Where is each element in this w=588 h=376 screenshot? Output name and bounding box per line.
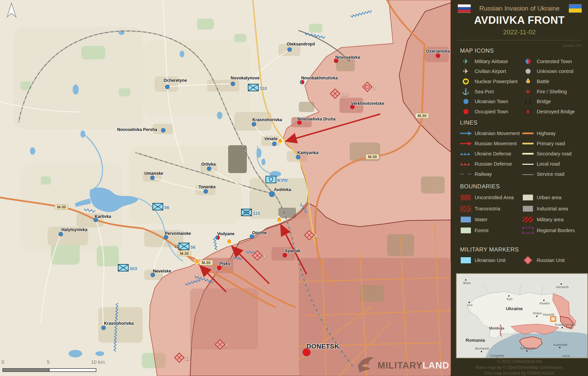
legend-section-title: BOUNDARIES	[460, 183, 500, 190]
page-title: AVDIIVKA FRONT	[451, 14, 588, 26]
legend-item-label: Sea Port	[475, 89, 494, 94]
sw-urban-icon	[521, 195, 535, 201]
legend-item-label: Military area	[537, 217, 564, 222]
legend-row: Occupied TownDestroyed Bridge	[451, 107, 588, 117]
legend-item-label: Local road	[537, 161, 560, 167]
sw-uncontrolled-icon	[459, 195, 473, 201]
battle-icon	[276, 136, 284, 147]
legend-item-label: Russian Movement	[475, 141, 517, 146]
town-label-ozerianivka: Ozerianivka	[426, 49, 450, 54]
scale-10km: 10 km	[91, 359, 105, 365]
sw-military-icon	[521, 217, 535, 222]
road-badge-m-30: M-30	[199, 260, 213, 265]
minimap-label-sochi: Sochi	[563, 354, 570, 358]
legend-row: ⚓Sea PortFire / Shelling	[451, 87, 588, 97]
unit-label-110: 110	[260, 86, 267, 91]
unit-label-1: 1	[373, 85, 375, 90]
legend-row: ✈Military AirbaseContested Town	[451, 56, 588, 67]
town-dot-novoselivka-persha	[161, 128, 166, 133]
legend-row: Ukrainian MovementHighway	[451, 128, 588, 138]
legend-section-title: LINES	[460, 119, 478, 126]
minimap-label-moldova: Moldova	[489, 326, 504, 330]
town-label-vesele: Vesele	[264, 136, 278, 141]
legend-row: TransnistriaIndustrial area	[451, 203, 588, 214]
legend-item-label: Russian Unit	[537, 258, 565, 263]
legend-item-label: Service road	[537, 171, 564, 177]
bridge-x-icon	[521, 109, 535, 114]
unit-ua-sw-icon	[459, 257, 473, 263]
battle-icon	[275, 215, 283, 226]
legend-item-label: Unknown control	[537, 69, 573, 74]
bridge-icon	[521, 99, 535, 104]
town-label-oleksandropil: Oleksandropil	[287, 42, 315, 46]
town-label-novoselivka: Novoselivka	[335, 55, 360, 60]
militaryland-bird-icon	[356, 354, 377, 373]
legend-item-label: Ukrainian Town	[475, 99, 508, 104]
town-label-novoselivka-druha: Novoselivka Druha	[297, 117, 336, 121]
russian-unit-marker-5	[215, 339, 225, 351]
minimap-city-dot	[543, 300, 545, 301]
legend-item-label: Military Airbase	[475, 59, 508, 64]
town-dot-pisky	[217, 266, 222, 270]
town-dot-novobakhmutivka	[300, 80, 305, 84]
nuclear-icon: ☢	[459, 78, 473, 84]
legend-row: Ukrainian UnitRussian Unit	[451, 255, 588, 265]
legend-item-label: Railway	[475, 171, 492, 177]
ukrainian-unit-marker-110	[248, 84, 259, 93]
town-label-avdiivka: Avdiivka	[274, 187, 291, 192]
road-primary-icon	[521, 143, 535, 145]
road-badge-m-30: M-30	[178, 251, 191, 256]
unit-label-11: 11	[185, 356, 190, 361]
legend-item-label: Fire / Shelling	[537, 89, 567, 94]
minimap-label-lviv: Lviv	[467, 303, 473, 307]
town-ua-icon	[459, 99, 473, 104]
russian-unit-marker-9	[304, 230, 314, 242]
minimap-label-kyiv: Kyiv	[507, 297, 512, 301]
minimap-label-dnipro: Dnipro	[533, 312, 542, 315]
legend-item-label: Forest	[475, 228, 489, 233]
legend-item-label: Battle	[537, 79, 549, 84]
legend-sidebar: Russian Invasion of Ukraine AVDIIVKA FRO…	[451, 0, 588, 376]
ukrainian-unit-marker-56	[152, 203, 163, 212]
def-ru-icon	[459, 162, 473, 166]
town-dot-ozerianivka	[436, 54, 440, 58]
town-label-spartak: Spartak	[285, 248, 300, 253]
minimap-label-constanta: Constanta	[490, 354, 504, 357]
minimap-label-rostov-on-don: Rostov-on-Don	[555, 323, 576, 326]
legend-item-label: Civilian Airport	[475, 69, 506, 74]
legend-item-label: Contested Town	[537, 59, 572, 64]
legend-item-label: Uncontrolled Area	[475, 195, 514, 200]
minimap-label-sevastopol: Sevastopol	[520, 346, 535, 350]
scale-5: 5	[47, 359, 50, 365]
minimap-label-voronezh: Voronezh	[556, 285, 569, 289]
road-service-icon	[521, 173, 535, 175]
credits: © 2022 militaryland.net Base map by © Op…	[451, 358, 588, 376]
airport-icon: ✈	[459, 68, 473, 75]
town-ru-icon	[459, 109, 473, 114]
town-label-pervomaiske: Pervomaiske	[165, 231, 191, 236]
avdiivka-front-map-infographic: { "header": { "kicker": "Russian Invasio…	[0, 0, 588, 376]
road-secondary-icon	[521, 153, 535, 155]
legend-item-label: Secondary road	[537, 151, 571, 156]
legend-section-title: MAP ICONS	[460, 48, 494, 54]
unit-ru-sw-icon	[521, 257, 535, 263]
town-dot-orlivka	[207, 167, 212, 171]
town-dot-spartak	[283, 253, 287, 258]
legend-row: Russian MovementPrimary road	[451, 138, 588, 149]
ukraine-overview-minimap: BrestVoronezhKyivLvivKharkivUkraineDnipr…	[456, 273, 588, 358]
legend-item-label: Regional Borders	[537, 228, 575, 233]
railway-icon	[459, 172, 473, 176]
ukrainian-unit-marker-kyiv	[265, 176, 276, 185]
town-label-novoselivka-persha: Novoselivka Persha	[117, 127, 157, 132]
unit-label-kyiv: KYIV	[277, 178, 288, 183]
town-label-verkhnotoretske: Verkhnotoretske	[351, 101, 384, 106]
minimap-label-donetsk: Donetsk	[543, 313, 554, 316]
road-badge-m-30: M-30	[415, 113, 429, 118]
town-dot-oleksandropil	[288, 48, 292, 52]
report-kicker: Russian Invasion of Ukraine	[451, 5, 588, 12]
battle-icon	[225, 237, 233, 248]
divider	[458, 40, 581, 40]
legend-row: ☢Nuclear Powerplant Battle	[451, 76, 588, 87]
legend-item-label: Russian Defense	[475, 161, 512, 167]
unit-label-100: 100	[341, 92, 348, 97]
